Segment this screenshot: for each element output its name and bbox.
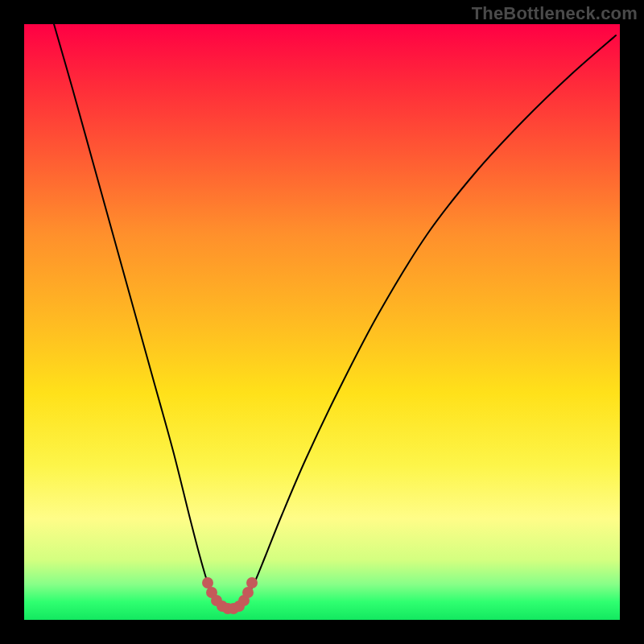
watermark-text: TheBottleneck.com <box>472 3 638 24</box>
chart-frame <box>24 24 620 620</box>
marker-dot <box>202 577 213 588</box>
chart-svg <box>24 24 620 620</box>
bottleneck-curve <box>54 24 616 609</box>
marker-dot <box>246 577 258 588</box>
marker-dot <box>242 587 254 598</box>
curve-minimum-markers <box>202 577 258 614</box>
